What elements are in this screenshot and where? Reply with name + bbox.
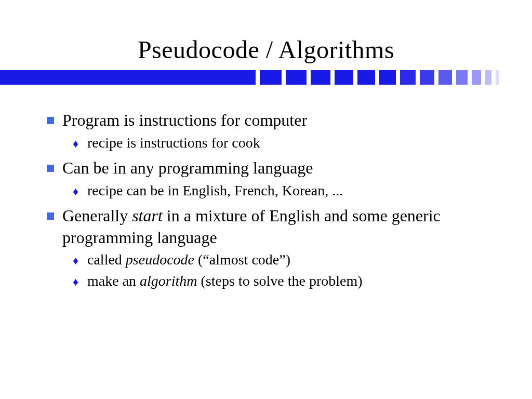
square-bullet-icon [47, 212, 54, 220]
bullet-group: Program is instructions for computer♦rec… [47, 110, 501, 152]
diamond-bullet-icon: ♦ [73, 187, 80, 197]
square-bullet-icon [47, 117, 54, 124]
decor-bar [0, 70, 532, 85]
bullet-text: Generally start in a mixture of English … [62, 205, 501, 248]
diamond-bullet-icon: ♦ [73, 139, 80, 149]
sub-bullet-text: called pseudocode (“almost code”) [87, 250, 290, 269]
text-fragment: called [87, 251, 126, 268]
decor-block [335, 70, 353, 85]
slide-title: Pseudocode / Algorithms [0, 0, 532, 70]
slide-content: Program is instructions for computer♦rec… [0, 110, 532, 290]
decor-block [260, 70, 282, 85]
decor-block [472, 70, 481, 85]
bullet-item: Can be in any programming language [47, 157, 501, 179]
decor-block [485, 70, 491, 85]
decor-block [379, 70, 396, 85]
text-fragment: pseudocode [126, 251, 194, 268]
text-fragment: make an [87, 273, 140, 289]
decor-block [438, 70, 452, 85]
decor-solid [0, 70, 256, 85]
decor-block [496, 70, 499, 85]
sub-bullet-item: ♦make an algorithm (steps to solve the p… [73, 272, 501, 290]
diamond-bullet-icon: ♦ [73, 277, 80, 287]
decor-block [286, 70, 307, 85]
decor-block [456, 70, 468, 85]
bullet-group: Can be in any programming language♦recip… [47, 157, 501, 200]
bullet-text: Program is instructions for computer [62, 110, 307, 131]
sub-bullet-item: ♦recipe can be in English, French, Korea… [73, 181, 501, 200]
text-fragment: (steps to solve the problem) [197, 273, 363, 289]
sub-bullet-item: ♦recipe is instructions for cook [73, 134, 501, 152]
bullet-text: Can be in any programming language [62, 157, 313, 179]
text-fragment: start [132, 206, 163, 225]
bullet-item: Program is instructions for computer [47, 110, 501, 131]
diamond-bullet-icon: ♦ [73, 256, 80, 266]
decor-block [311, 70, 330, 85]
sub-bullet-text: recipe can be in English, French, Korean… [87, 181, 343, 200]
sub-bullet-item: ♦called pseudocode (“almost code”) [73, 250, 501, 269]
sub-bullet-text: recipe is instructions for cook [87, 134, 260, 152]
bullet-item: Generally start in a mixture of English … [47, 205, 501, 248]
text-fragment: (“almost code”) [194, 251, 290, 268]
bullet-group: Generally start in a mixture of English … [47, 205, 501, 290]
text-fragment: Generally [62, 206, 132, 225]
decor-block [420, 70, 434, 85]
square-bullet-icon [47, 165, 54, 172]
decor-block [400, 70, 416, 85]
sub-bullet-text: make an algorithm (steps to solve the pr… [87, 272, 363, 290]
text-fragment: algorithm [140, 273, 197, 289]
decor-block [357, 70, 375, 85]
